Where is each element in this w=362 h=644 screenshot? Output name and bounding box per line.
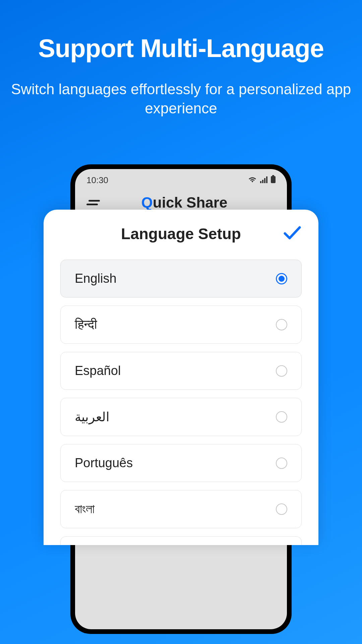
radio-unselected-icon	[276, 365, 287, 377]
svg-rect-2	[264, 178, 265, 183]
language-item-bengali[interactable]: বাংলা	[60, 490, 302, 528]
app-title: Quick Share	[93, 194, 276, 211]
language-label: العربية	[75, 410, 110, 424]
language-label: हिन्दी	[75, 317, 97, 332]
svg-rect-1	[262, 180, 263, 183]
svg-rect-0	[260, 181, 261, 183]
language-item-cutoff[interactable]	[60, 536, 302, 545]
language-label: বাংলা	[75, 502, 95, 517]
radio-unselected-icon	[276, 411, 287, 423]
language-label: Português	[75, 456, 133, 470]
wifi-icon	[248, 175, 257, 185]
language-label: English	[75, 271, 117, 286]
language-item-english[interactable]: English	[60, 260, 302, 298]
language-item-hindi[interactable]: हिन्दी	[60, 306, 302, 344]
hero-title: Support Multi-Language	[0, 34, 362, 63]
svg-rect-4	[272, 175, 274, 176]
language-label: Español	[75, 364, 121, 378]
sheet-header: Language Setup	[60, 225, 302, 243]
app-title-rest: uick Share	[153, 194, 228, 211]
radio-selected-icon	[276, 273, 287, 284]
status-bar: 10:30	[75, 169, 287, 188]
status-time: 10:30	[86, 175, 108, 185]
app-title-accent: Q	[141, 194, 153, 211]
radio-unselected-icon	[276, 319, 287, 330]
hero-section: Support Multi-Language Switch languages …	[0, 0, 362, 118]
language-item-portuguese[interactable]: Português	[60, 444, 302, 482]
status-icons	[248, 175, 276, 185]
language-sheet: Language Setup English हिन्दी Español ال…	[44, 210, 318, 545]
radio-unselected-icon	[276, 458, 287, 469]
svg-rect-5	[271, 176, 276, 183]
confirm-check-icon[interactable]	[283, 225, 302, 241]
battery-icon	[271, 175, 276, 185]
language-item-arabic[interactable]: العربية	[60, 398, 302, 436]
svg-rect-3	[266, 176, 267, 183]
sheet-title: Language Setup	[121, 225, 241, 243]
hero-subtitle: Switch languages effortlessly for a pers…	[0, 79, 362, 118]
radio-unselected-icon	[276, 503, 287, 515]
language-item-spanish[interactable]: Español	[60, 352, 302, 390]
signal-icon	[260, 175, 267, 185]
